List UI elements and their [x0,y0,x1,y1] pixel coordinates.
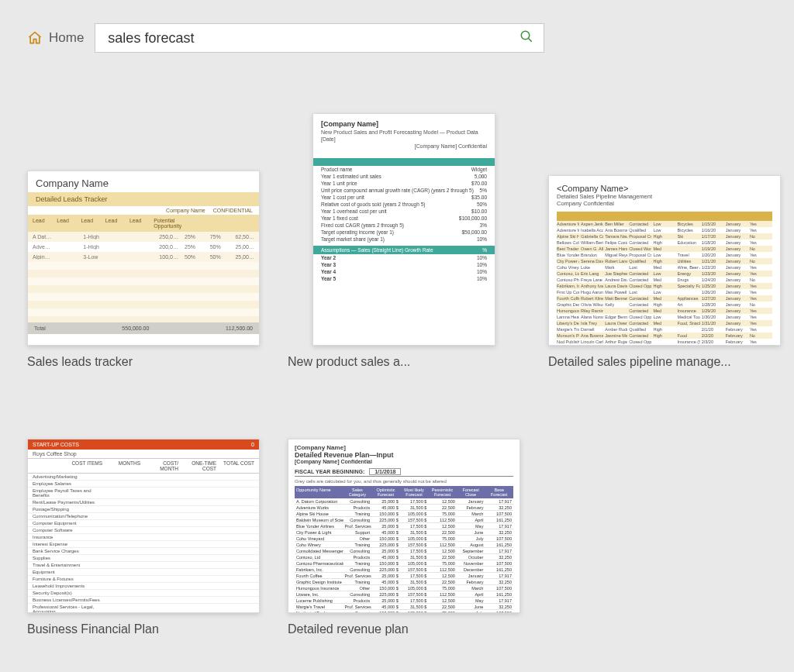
template-grid: Company Name Detailed Leads Tracker Comp… [27,113,767,636]
template-thumbnail: Company Name Detailed Leads Tracker Comp… [27,171,260,346]
template-card-detailed-revenue-plan[interactable]: [Company Name] Detailed Revenue Plan—Inp… [288,439,520,636]
template-thumbnail: START-UP COSTS0 Roys Coffee Shop COST IT… [27,439,260,613]
home-link[interactable]: Home [27,30,84,46]
svg-point-0 [522,31,530,40]
template-caption: Sales leads tracker [27,355,260,369]
template-card-sales-leads-tracker[interactable]: Company Name Detailed Leads Tracker Comp… [27,171,260,369]
template-caption: New product sales a... [288,355,520,369]
thumb-subtitle: Detailed Leads Tracker [28,192,259,206]
home-label: Home [49,30,84,46]
template-card-business-financial-plan[interactable]: START-UP COSTS0 Roys Coffee Shop COST IT… [27,439,260,636]
template-thumbnail: [Company Name] New Product Sales and Pro… [312,113,495,346]
template-caption: Detailed sales pipeline manage... [548,355,781,369]
top-bar: Home [27,23,767,53]
template-thumbnail: [Company Name] Detailed Revenue Plan—Inp… [288,439,520,613]
thumb-company-name: Company Name [28,171,259,192]
template-caption: Detailed revenue plan [288,622,520,636]
template-gallery-page: Home Company Name Detailed Leads Tracker [0,0,794,672]
search-input[interactable] [106,29,517,47]
search-box [95,23,544,53]
search-icon [520,29,533,47]
template-caption: Business Financial Plan [27,622,260,636]
template-card-new-product-sales[interactable]: [Company Name] New Product Sales and Pro… [288,113,520,369]
template-card-detailed-pipeline[interactable]: <Company Name> Detailed Sales Pipeline M… [548,175,781,369]
svg-line-1 [529,38,533,42]
home-icon [27,30,43,46]
search-button[interactable] [517,29,536,47]
template-thumbnail: <Company Name> Detailed Sales Pipeline M… [548,175,781,346]
